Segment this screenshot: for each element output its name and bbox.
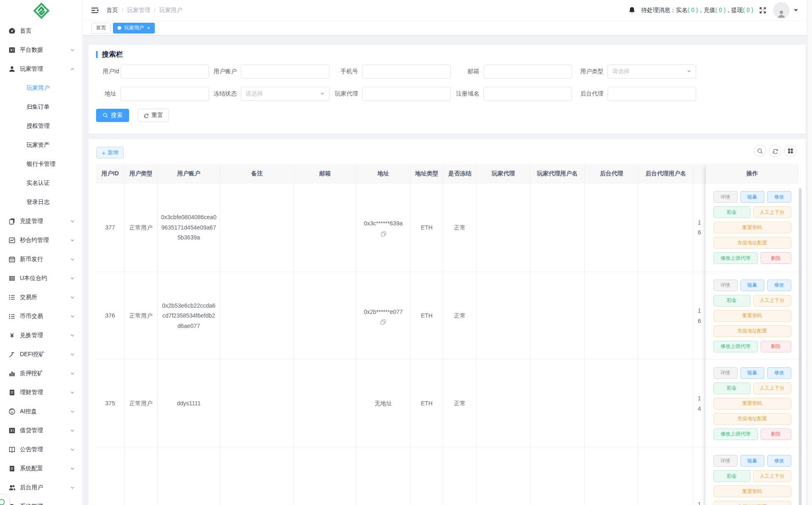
人工上下分-button[interactable]: 人工上下分 (753, 383, 791, 394)
reset-button[interactable]: 重置 (138, 109, 169, 122)
sidebar-subitem-银行卡管理[interactable]: 银行卡管理 (0, 155, 82, 174)
详情-button[interactable]: 详情 (714, 280, 738, 291)
tab-玩家用户[interactable]: 玩家用户× (113, 23, 155, 34)
bell-icon[interactable] (628, 6, 636, 14)
手机号-input[interactable] (362, 65, 451, 79)
地址-input[interactable] (120, 87, 209, 101)
玩家代理-input[interactable] (362, 87, 451, 101)
sidebar-item-质押挖矿[interactable]: 质押挖矿 (0, 364, 82, 383)
输赢-button[interactable]: 输赢 (740, 280, 764, 291)
sidebar-item-新币发行[interactable]: 新币发行 (0, 250, 82, 269)
修改上级代理-button[interactable]: 修改上级代理 (714, 428, 758, 440)
sidebar-subitem-玩家资产[interactable]: 玩家资产 (0, 136, 82, 155)
sidebar-item-DEFI挖矿[interactable]: DEFI挖矿 (0, 345, 82, 364)
sidebar-item-秒合约管理[interactable]: 秒合约管理 (0, 231, 82, 250)
collapse-sidebar-icon[interactable] (91, 6, 99, 14)
充值地址配置-button[interactable]: 充值地址配置 (714, 501, 791, 505)
add-button[interactable]: + 新增 (96, 147, 124, 158)
冻结状态-select[interactable]: 请选择 (241, 87, 329, 101)
充值地址配置-button[interactable]: 充值地址配置 (714, 325, 791, 337)
cell-id: 377 (96, 183, 125, 272)
sidebar-item-理财管理[interactable]: 理财管理 (0, 383, 82, 402)
用户类型-select[interactable]: 请选择 (608, 65, 696, 79)
用户账户-input[interactable] (241, 65, 329, 79)
bars-icon (8, 370, 16, 377)
copy-icon[interactable] (380, 319, 386, 325)
search-button[interactable]: 搜索 (96, 109, 129, 122)
详情-button[interactable]: 详情 (714, 455, 738, 467)
sidebar-item-借贷管理[interactable]: 借贷管理 (0, 421, 82, 440)
refresh-icon[interactable] (769, 145, 781, 157)
sidebar-subitem-登录日志[interactable]: 登录日志 (0, 193, 82, 212)
sidebar-item-交易所[interactable]: 交易所 (0, 288, 82, 307)
sidebar-item-兑换管理[interactable]: ¥兑换管理 (0, 326, 82, 345)
copy-icon[interactable] (381, 231, 386, 237)
sidebar-item-系统管理[interactable]: 系统管理 (0, 497, 82, 505)
breadcrumb-item[interactable]: 首页 (106, 7, 118, 14)
sidebar-item-label: 币币交易 (20, 313, 43, 320)
修改-button[interactable]: 修改 (767, 367, 791, 379)
user-avatar[interactable] (773, 2, 790, 19)
充值地址配置-button[interactable]: 充值地址配置 (714, 237, 791, 249)
删除-button[interactable]: 删除 (761, 428, 791, 440)
重置密码-button[interactable]: 重置密码 (714, 398, 791, 409)
人工上下分-button[interactable]: 人工上下分 (753, 206, 791, 218)
column-settings-grid-icon[interactable] (784, 145, 797, 157)
sidebar-subitem-归集订单[interactable]: 归集订单 (0, 98, 82, 117)
sidebar-subitem-授权管理[interactable]: 授权管理 (0, 117, 82, 136)
彩金-button[interactable]: 彩金 (714, 383, 750, 394)
彩金-button[interactable]: 彩金 (714, 206, 750, 218)
输赢-button[interactable]: 输赢 (740, 367, 764, 379)
sidebar-item-充提管理[interactable]: 充提管理 (0, 212, 82, 231)
sidebar-item-平台数据[interactable]: 平台数据 (0, 41, 82, 60)
sidebar-item-玩家管理[interactable]: 玩家管理 (0, 60, 82, 79)
page-scrollbar-track[interactable] (807, 0, 812, 505)
邮箱-input[interactable] (483, 65, 572, 79)
sidebar-item-系统配置[interactable]: 系统配置 (0, 459, 82, 478)
详情-button[interactable]: 详情 (714, 191, 738, 203)
tab-首页[interactable]: 首页 (91, 23, 111, 34)
修改上级代理-button[interactable]: 修改上级代理 (714, 252, 758, 264)
重置密码-button[interactable]: 重置密码 (714, 310, 791, 322)
user-menu-caret-icon[interactable] (794, 9, 798, 12)
sidebar-subitem-实名认证[interactable]: 实名认证 (0, 174, 82, 193)
注册域名-input[interactable] (483, 87, 572, 101)
sidebar-item-U本位合约[interactable]: U本位合约 (0, 269, 82, 288)
breadcrumb-separator: / (154, 7, 156, 14)
close-tab-icon[interactable]: × (147, 25, 150, 31)
table-scrollbar-thumb[interactable] (799, 188, 802, 505)
用户Id-input[interactable] (120, 65, 209, 79)
sidebar-item-币币交易[interactable]: 币币交易 (0, 307, 82, 326)
充值地址配置-button[interactable]: 充值地址配置 (714, 413, 791, 425)
sidebar-subitem-玩家用户[interactable]: 玩家用户 (0, 79, 82, 98)
详情-button[interactable]: 详情 (714, 367, 738, 379)
actions-row: 详情输赢修改 (714, 367, 791, 379)
doc-icon (8, 465, 16, 472)
重置密码-button[interactable]: 重置密码 (714, 222, 791, 233)
彩金-button[interactable]: 彩金 (714, 295, 750, 306)
彩金-button[interactable]: 彩金 (714, 470, 750, 482)
yen-icon: ¥ (8, 332, 16, 339)
删除-button[interactable]: 删除 (761, 341, 791, 352)
sidebar-item-公告管理[interactable]: 公告管理 (0, 440, 82, 459)
修改-button[interactable]: 修改 (767, 280, 791, 291)
column-search-icon[interactable] (754, 145, 766, 157)
删除-button[interactable]: 删除 (761, 252, 791, 264)
人工上下分-button[interactable]: 人工上下分 (753, 295, 791, 306)
后台代理-input[interactable] (608, 87, 696, 101)
sidebar-item-首页[interactable]: 首页 (0, 22, 82, 41)
sidebar-item-后台用户[interactable]: 后台用户 (0, 478, 82, 497)
输赢-button[interactable]: 输赢 (740, 191, 764, 203)
输赢-button[interactable]: 输赢 (740, 455, 764, 467)
重置密码-button[interactable]: 重置密码 (714, 486, 791, 497)
修改上级代理-button[interactable]: 修改上级代理 (714, 341, 758, 352)
人工上下分-button[interactable]: 人工上下分 (753, 470, 791, 482)
actions-row: 重置密码 (714, 398, 791, 409)
修改-button[interactable]: 修改 (767, 191, 791, 203)
breadcrumb: 首页/玩家管理/玩家用户 (106, 7, 183, 14)
breadcrumb-item[interactable]: 玩家管理 (127, 7, 150, 14)
fullscreen-icon[interactable] (759, 7, 766, 14)
sidebar-item-AI控盘[interactable]: AI控盘 (0, 402, 82, 421)
修改-button[interactable]: 修改 (767, 455, 791, 467)
cell-account: 0x3cbfe0804086cea09635171d454e09a675b363… (158, 183, 220, 272)
